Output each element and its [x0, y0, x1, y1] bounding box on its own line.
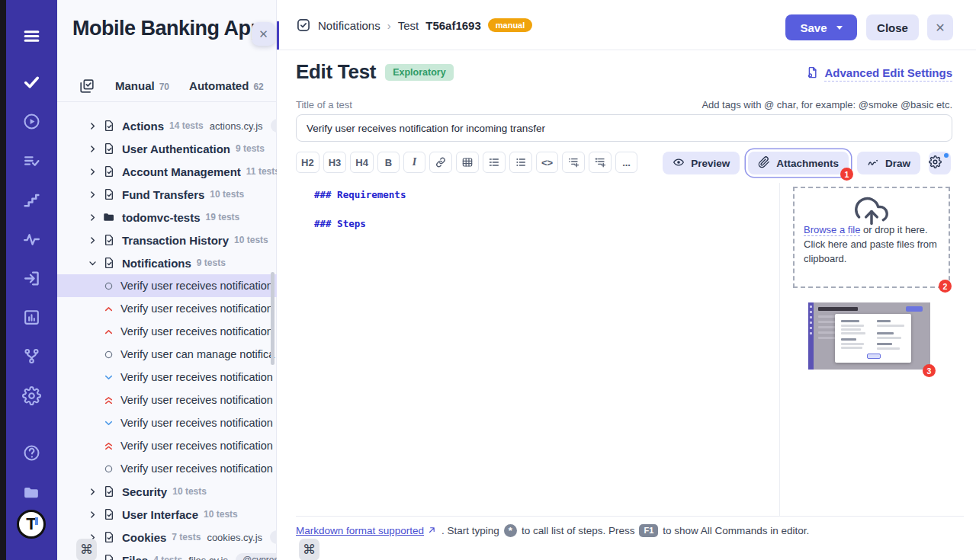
markdown-help-link[interactable]: Markdown format supported: [296, 525, 437, 537]
ordered-list-button[interactable]: [483, 152, 506, 173]
chevron-right-icon[interactable]: [88, 167, 98, 177]
tree-test-row[interactable]: Verify user receives notification: [57, 434, 277, 457]
test-title-input[interactable]: [296, 114, 952, 142]
notification-dot: [944, 153, 949, 158]
sidebar-scrollbar[interactable]: [271, 272, 274, 365]
tree-suite-row[interactable]: todomvc-tests19 tests: [57, 206, 277, 229]
test-label: Verify user receives notification: [120, 325, 273, 338]
tree-test-row[interactable]: Verify user receives notification: [57, 274, 277, 297]
tree-test-row[interactable]: Verify user receives notification: [57, 297, 277, 320]
code-button[interactable]: <>: [536, 152, 558, 173]
sidebar-command-key[interactable]: ⌘: [76, 539, 97, 560]
chevron-right-icon[interactable]: [88, 190, 98, 200]
editor-settings-button[interactable]: [929, 152, 951, 174]
tree-suite-row[interactable]: User Authentication9 tests: [57, 137, 277, 160]
bold-button[interactable]: B: [377, 152, 400, 173]
projects-folder-icon[interactable]: [6, 478, 57, 507]
tree-suite-row[interactable]: Security10 tests: [57, 480, 277, 503]
markdown-editor[interactable]: ### Requirements ### Steps: [296, 183, 779, 516]
suite-label: Actions: [122, 120, 164, 133]
chevron-right-icon[interactable]: [88, 121, 98, 131]
tree-test-row[interactable]: Verify user can manage notifica: [57, 343, 277, 366]
import-icon[interactable]: [6, 264, 57, 293]
link-button[interactable]: [429, 152, 452, 173]
help-icon[interactable]: [6, 438, 57, 467]
draw-label: Draw: [885, 158, 910, 169]
settings-gear-icon[interactable]: [6, 381, 57, 410]
chevron-right-icon[interactable]: [88, 213, 98, 222]
test-plans-icon[interactable]: [6, 146, 57, 175]
bullet-list-button[interactable]: [509, 152, 532, 173]
close-button[interactable]: Close: [866, 14, 919, 40]
menu-icon[interactable]: [6, 21, 57, 50]
tree-suite-row[interactable]: Transaction History10 tests: [57, 229, 277, 251]
suite-doc-icon: [102, 233, 117, 247]
file-dropzone[interactable]: Browse a file or drop it here. Click her…: [793, 187, 950, 288]
test-check-icon: [296, 18, 311, 33]
suite-test-count: 10 tests: [204, 509, 238, 520]
breadcrumb-section[interactable]: Notifications: [318, 19, 380, 32]
heading3-button[interactable]: H3: [323, 152, 347, 173]
editor-tools: Preview Attachments 1 Draw: [663, 152, 951, 174]
tree-suite-row[interactable]: Account Management11 tests: [57, 160, 277, 183]
tree-test-row[interactable]: Verify user receives notification: [57, 366, 277, 389]
steps-icon[interactable]: [6, 185, 57, 214]
ordered-list-add-button[interactable]: [589, 152, 612, 173]
page-title: Edit Test: [296, 60, 376, 84]
heading2-button[interactable]: H2: [296, 152, 319, 173]
chevron-right-icon[interactable]: [88, 487, 98, 497]
x-icon: ✕: [935, 21, 945, 35]
browse-file-link[interactable]: Browse a file: [804, 224, 860, 236]
tree-suite-row[interactable]: User Interface10 tests: [57, 503, 277, 526]
italic-button[interactable]: I: [403, 152, 425, 173]
circle-status-icon: [104, 281, 114, 291]
suite-test-count: 4 tests: [153, 555, 182, 560]
thumbnail-title-bar: [818, 307, 858, 311]
tree-test-row[interactable]: Verify user receives notification: [57, 389, 277, 411]
test-label: Verify user receives notification: [120, 302, 273, 315]
chevron-right-icon[interactable]: [88, 235, 98, 245]
sidebar-close-button[interactable]: ✕: [252, 22, 275, 46]
preview-button[interactable]: Preview: [663, 152, 740, 174]
tree-test-row[interactable]: Verify user receives notification: [57, 457, 277, 480]
save-button[interactable]: Save: [785, 14, 857, 40]
attachment-thumbnail[interactable]: [808, 302, 930, 370]
tree-suite-row[interactable]: Fund Transfers10 tests: [57, 183, 277, 206]
attachments-button[interactable]: Attachments 1: [748, 152, 849, 174]
analytics-icon[interactable]: [6, 302, 57, 331]
chevron-right-icon[interactable]: [88, 144, 98, 154]
suite-label: Cookies: [122, 531, 166, 544]
tab-manual[interactable]: Manual 70: [115, 79, 169, 92]
suite-test-count: 10 tests: [234, 235, 268, 245]
dismiss-button[interactable]: ✕: [927, 14, 953, 40]
advanced-edit-settings-label: Advanced Edit Settings: [824, 66, 952, 82]
runs-play-icon[interactable]: [6, 107, 57, 136]
caret-up-status-icon: [104, 304, 114, 314]
tree-test-row[interactable]: Verify user receives notification: [57, 320, 277, 343]
copy-check-icon: [79, 78, 95, 94]
suite-test-count: 9 tests: [197, 258, 226, 268]
thumbnail-step-badge: 3: [923, 364, 936, 377]
chevron-right-icon[interactable]: [88, 510, 98, 520]
heading4-button[interactable]: H4: [350, 152, 374, 173]
table-button[interactable]: [456, 152, 479, 173]
branches-icon[interactable]: [6, 341, 57, 370]
tab-automated[interactable]: Automated 62: [189, 79, 264, 92]
footer-divider: [296, 516, 964, 517]
tab-automated-count: 62: [253, 82, 263, 92]
chevron-down-icon[interactable]: [88, 258, 98, 268]
title-field-label: Title of a test: [296, 99, 352, 110]
app-logo[interactable]: T: [17, 510, 46, 539]
pulse-icon[interactable]: [6, 225, 57, 254]
bullet-list-add-button[interactable]: [562, 152, 585, 173]
advanced-edit-settings-link[interactable]: Advanced Edit Settings: [805, 66, 952, 82]
editor-command-key[interactable]: ⌘: [299, 539, 319, 560]
tree-suite-row[interactable]: Notifications9 tests: [57, 251, 277, 274]
draw-button[interactable]: Draw: [857, 152, 920, 174]
more-button[interactable]: ...: [615, 152, 637, 173]
tree-test-row[interactable]: Verify user receives notification: [57, 411, 277, 434]
dropzone-step-badge: 2: [939, 280, 952, 293]
tests-check-icon[interactable]: [6, 67, 57, 96]
footer-text-1: . Start typing: [441, 525, 499, 536]
tree-suite-row[interactable]: Actions14 testsactions.cy.js@cypress: [57, 114, 277, 137]
